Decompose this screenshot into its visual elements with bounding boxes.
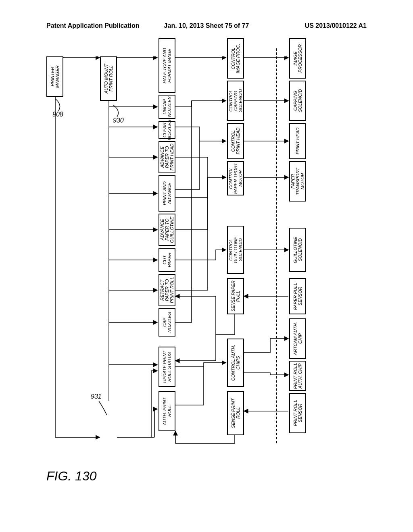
boundary-line	[276, 48, 277, 443]
box-ctrl-guillotine: CONTROL GUILLOTINE SOLENOID	[227, 226, 244, 274]
box-retract: RETRACT PAPER TO PRINT ROLL	[159, 274, 175, 306]
box-auto-mount: AUTO MOUNT PRINT ROLL	[100, 56, 117, 101]
box-halftone: HALF-TONE AND FORMAT IMAGE	[159, 38, 175, 93]
box-advance-guillotine: ADVANCE PAPER TO GUILLOTINE	[159, 214, 175, 246]
box-sense-roll: SENSE PRINT ROLL	[227, 391, 244, 435]
box-artcam-chip: ARTCAM AUTH. CHIP	[289, 318, 306, 359]
box-roll-sensor: PRINT ROLL SENSOR	[289, 393, 306, 433]
ref-908: 908	[52, 111, 63, 118]
ref-930: 930	[113, 117, 124, 124]
box-advance-head: ADVANCE PAPER TO PRINT HEAD	[159, 141, 175, 173]
header-left: Patent Application Publication	[46, 22, 140, 29]
figure-label: FIG. 130	[46, 469, 97, 484]
box-cut-paper: CUT PAPER	[159, 248, 175, 272]
box-ctrl-auth: CONTROL AUTH. CHIPS	[227, 339, 244, 387]
box-capping-sol: CAPPING SOLENOID	[289, 81, 306, 121]
ref-931: 931	[91, 393, 102, 400]
diagram: PRINTER MANAGER PRINT IMAGE AUTO MOUNT P…	[46, 56, 367, 468]
box-uncap: UNCAP NOZZLES	[159, 95, 175, 119]
box-auth-roll: AUTH. PRINT ROLL	[159, 391, 175, 431]
box-guillotine-sol: GUILLOTINE SOLENOID	[289, 228, 306, 272]
box-ctrl-tport: CONTROL PAPER TPORT MOTOR	[227, 161, 244, 195]
box-clear: CLEAR NOZZLES	[159, 121, 175, 139]
page-header: Patent Application Publication Jan. 10, …	[0, 22, 413, 29]
box-pull-sensor: PAPER PULL SENSOR	[289, 278, 306, 314]
box-ctrl-image: CONTROL IMAGE PROC.	[227, 38, 244, 79]
box-paper-motor: PAPER TRANSPORT MOTOR	[289, 161, 306, 202]
box-print-advance: PRINT AND ADVANCE	[159, 175, 175, 212]
box-ctrl-head: CONTROL PRINT HEAD	[227, 123, 244, 159]
box-cap: CAP NOZZLES	[159, 308, 175, 337]
header-right: US 2013/0010122 A1	[305, 22, 367, 29]
box-roll-chip: PRINT ROLL AUTH. CHIP	[289, 361, 306, 391]
box-ctrl-capping: CONTROL CAPPING SOLENOID	[227, 81, 244, 121]
box-print-head: PRINT HEAD	[289, 123, 306, 159]
box-img-proc: IMAGE PROCESSOR	[289, 38, 306, 79]
header-center: Jan. 10, 2013 Sheet 75 of 77	[164, 22, 249, 29]
box-update-status: UPDATE PRINT ROLL STATUS	[159, 347, 175, 387]
box-printer-manager: PRINTER MANAGER	[46, 56, 63, 97]
box-sense-pull: SENSE PAPER PULL	[227, 278, 244, 314]
